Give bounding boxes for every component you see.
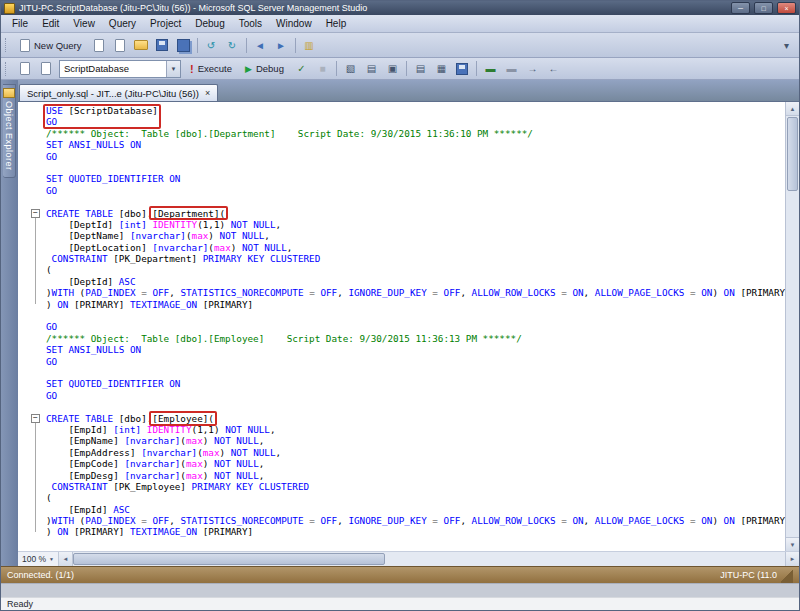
code-line[interactable]: GO bbox=[18, 321, 785, 332]
results-to-grid-icon[interactable]: ▦ bbox=[431, 59, 452, 78]
parse-icon[interactable]: ✓ bbox=[291, 59, 312, 78]
code-line[interactable] bbox=[18, 401, 785, 412]
document-tab[interactable]: Script_only.sql - JIT...e (Jitu-PC\Jitu … bbox=[19, 84, 218, 101]
results-to-file-icon[interactable] bbox=[452, 59, 473, 78]
code-line[interactable]: [DeptId] [int] IDENTITY(1,1) NOT NULL, bbox=[18, 219, 785, 230]
chevron-down-icon[interactable]: ▼ bbox=[166, 61, 180, 77]
resize-grip[interactable] bbox=[781, 567, 793, 583]
new-query-button[interactable]: New Query bbox=[14, 36, 88, 55]
code-line[interactable]: [DeptLocation] [nvarchar](max) NOT NULL, bbox=[18, 242, 785, 253]
code-line[interactable]: [EmpId] ASC bbox=[18, 504, 785, 515]
vertical-scroll-thumb[interactable] bbox=[787, 117, 798, 191]
cancel-query-icon[interactable]: ■ bbox=[312, 59, 333, 78]
code-line[interactable]: [DeptName] [nvarchar](max) NOT NULL, bbox=[18, 230, 785, 241]
connect-icon[interactable] bbox=[14, 59, 35, 78]
available-databases-combo[interactable]: ScriptDatabase ▼ bbox=[59, 60, 181, 78]
horizontal-scrollbar[interactable]: ◄ ► bbox=[59, 552, 799, 566]
menu-item-project[interactable]: Project bbox=[143, 17, 188, 30]
undo-icon[interactable]: ↺ bbox=[201, 36, 222, 55]
save-icon[interactable] bbox=[152, 36, 173, 55]
indent-icon[interactable]: → bbox=[522, 59, 543, 78]
toolbar-options-icon[interactable]: ▾ bbox=[776, 36, 797, 55]
code-line[interactable] bbox=[18, 367, 785, 378]
outdent-icon[interactable]: ← bbox=[543, 59, 564, 78]
code-line[interactable] bbox=[18, 162, 785, 173]
scroll-down-icon[interactable]: ▼ bbox=[786, 537, 799, 551]
tab-close-icon[interactable]: × bbox=[205, 89, 210, 98]
code-line[interactable] bbox=[18, 538, 785, 549]
code-line[interactable]: CONSTRAINT [PK_Employee] PRIMARY KEY CLU… bbox=[18, 481, 785, 492]
menu-item-view[interactable]: View bbox=[66, 17, 102, 30]
code-line[interactable]: /****** Object: Table [dbo].[Employee] S… bbox=[18, 333, 785, 344]
code-line[interactable]: [EmpName] [nvarchar](max) NOT NULL, bbox=[18, 435, 785, 446]
code-line[interactable]: SET ANSI_NULLS ON bbox=[18, 344, 785, 355]
code-line[interactable]: /****** Object: Table [dbo].[Department]… bbox=[18, 128, 785, 139]
object-explorer-tab[interactable]: Object Explorer bbox=[3, 84, 16, 178]
code-area[interactable]: USE [ScriptDatabase]GO/****** Object: Ta… bbox=[18, 102, 785, 551]
code-line[interactable]: ( bbox=[18, 264, 785, 275]
code-line[interactable]: [EmpAddress] [nvarchar](max) NOT NULL, bbox=[18, 447, 785, 458]
code-line[interactable]: SET QUOTED_IDENTIFIER ON bbox=[18, 173, 785, 184]
menu-item-help[interactable]: Help bbox=[319, 17, 354, 30]
analysis-services-query-icon[interactable] bbox=[110, 36, 131, 55]
intellisense-icon[interactable]: ▣ bbox=[382, 59, 403, 78]
code-line[interactable] bbox=[18, 196, 785, 207]
uncomment-icon[interactable]: ▬ bbox=[501, 59, 522, 78]
estimated-plan-icon[interactable]: ▧ bbox=[340, 59, 361, 78]
redo-icon[interactable]: ↻ bbox=[222, 36, 243, 55]
code-line[interactable]: GO bbox=[18, 356, 785, 367]
scroll-left-icon[interactable]: ◄ bbox=[59, 552, 73, 566]
code-line[interactable]: [EmpDesg] [nvarchar](max) NOT NULL, bbox=[18, 470, 785, 481]
change-connection-icon[interactable] bbox=[35, 59, 56, 78]
close-button[interactable]: × bbox=[777, 2, 796, 14]
code-line[interactable]: [EmpCode] [nvarchar](max) NOT NULL, bbox=[18, 458, 785, 469]
scroll-up-icon[interactable]: ▲ bbox=[786, 102, 799, 116]
navigate-forward-icon[interactable]: ► bbox=[271, 36, 292, 55]
code-line[interactable]: )WITH (PAD_INDEX = OFF, STATISTICS_NOREC… bbox=[18, 515, 785, 526]
code-line[interactable]: [EmpId] [int] IDENTITY(1,1) NOT NULL, bbox=[18, 424, 785, 435]
activity-monitor-icon[interactable]: ▥ bbox=[299, 36, 320, 55]
toolbar-grip[interactable] bbox=[5, 62, 9, 76]
menu-item-window[interactable]: Window bbox=[269, 17, 319, 30]
menu-item-edit[interactable]: Edit bbox=[35, 17, 66, 30]
debug-button[interactable]: ▶ Debug bbox=[239, 59, 290, 78]
code-line[interactable] bbox=[18, 310, 785, 321]
query-options-icon[interactable]: ▤ bbox=[361, 59, 382, 78]
menu-item-debug[interactable]: Debug bbox=[188, 17, 231, 30]
execute-button[interactable]: ! Execute bbox=[184, 59, 238, 78]
code-line[interactable]: −CREATE TABLE [dbo].[Department]( bbox=[18, 208, 785, 219]
code-line[interactable]: GO bbox=[18, 390, 785, 401]
code-line[interactable]: SET QUOTED_IDENTIFIER ON bbox=[18, 378, 785, 389]
maximize-button[interactable]: □ bbox=[754, 2, 773, 14]
code-line[interactable]: CONSTRAINT [PK_Department] PRIMARY KEY C… bbox=[18, 253, 785, 264]
menu-item-file[interactable]: File bbox=[5, 17, 35, 30]
database-engine-query-icon[interactable] bbox=[89, 36, 110, 55]
save-all-icon[interactable] bbox=[173, 36, 194, 55]
minimize-button[interactable]: ─ bbox=[731, 2, 750, 14]
horizontal-scroll-track[interactable] bbox=[385, 552, 785, 566]
fold-collapse-icon[interactable]: − bbox=[31, 414, 40, 423]
vertical-scrollbar[interactable]: ▲ ▼ bbox=[785, 102, 799, 551]
code-line[interactable]: ( bbox=[18, 492, 785, 503]
code-line[interactable]: GO bbox=[18, 116, 785, 127]
code-line[interactable]: [DeptId] ASC bbox=[18, 276, 785, 287]
menu-item-tools[interactable]: Tools bbox=[232, 17, 269, 30]
menu-item-query[interactable]: Query bbox=[102, 17, 143, 30]
code-line[interactable]: −CREATE TABLE [dbo].[Employee]( bbox=[18, 413, 785, 424]
results-to-text-icon[interactable]: ▤ bbox=[410, 59, 431, 78]
code-line[interactable]: GO bbox=[18, 185, 785, 196]
zoom-select[interactable]: 100 % ▼ bbox=[18, 552, 59, 566]
code-line[interactable]: GO bbox=[18, 151, 785, 162]
horizontal-scroll-thumb[interactable] bbox=[73, 553, 385, 565]
code-line[interactable]: )WITH (PAD_INDEX = OFF, STATISTICS_NOREC… bbox=[18, 287, 785, 298]
comment-icon[interactable]: ▬ bbox=[480, 59, 501, 78]
scroll-right-icon[interactable]: ► bbox=[785, 552, 799, 566]
fold-collapse-icon[interactable]: − bbox=[31, 209, 40, 218]
code-line[interactable]: ) ON [PRIMARY] TEXTIMAGE_ON [PRIMARY] bbox=[18, 526, 785, 537]
code-line[interactable]: GO bbox=[18, 549, 785, 551]
code-line[interactable]: ) ON [PRIMARY] TEXTIMAGE_ON [PRIMARY] bbox=[18, 299, 785, 310]
open-file-icon[interactable] bbox=[131, 36, 152, 55]
code-line[interactable]: USE [ScriptDatabase] bbox=[18, 105, 785, 116]
navigate-back-icon[interactable]: ◄ bbox=[250, 36, 271, 55]
toolbar-grip[interactable] bbox=[5, 38, 9, 52]
